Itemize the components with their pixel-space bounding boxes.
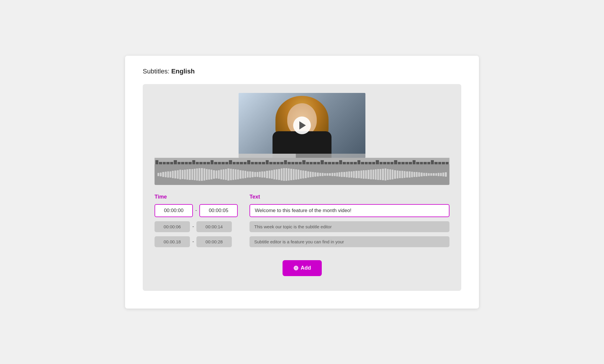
ruler-ticks (155, 158, 449, 164)
waveform-bar (404, 171, 406, 178)
waveform-bar (239, 170, 241, 179)
waveform-bar (426, 173, 427, 176)
waveform-bar (259, 172, 261, 177)
waveform-bar (201, 168, 203, 181)
subtitles-label: Subtitles: English (143, 68, 195, 75)
waveform-bar (339, 172, 340, 177)
waveform-bar (196, 168, 198, 181)
waveform-bar (331, 173, 333, 176)
waveform-bar (343, 172, 345, 177)
waveform-bar (285, 168, 287, 181)
waveform-bar (247, 171, 249, 178)
waveform-bar (421, 173, 422, 177)
waveform-bar (399, 171, 401, 178)
editor-section: Time - 00:00:06 - 00:00:14 00.00.18 - 00… (155, 194, 449, 251)
waveform-bar (302, 170, 304, 178)
play-button[interactable] (293, 117, 311, 134)
waveform-bar (312, 172, 314, 177)
waveform-bar (382, 169, 384, 180)
add-button-label: Add (301, 265, 311, 271)
waveform-bar (179, 170, 181, 179)
video-container (155, 93, 449, 158)
waveform-bar (254, 172, 256, 177)
subtitles-prefix: Subtitles: (143, 68, 170, 75)
waveform-bar (290, 169, 292, 180)
waveform-bar (385, 168, 386, 181)
text-column-header: Text (250, 194, 449, 200)
waveform-bar (269, 170, 270, 178)
waveform-bar (300, 170, 302, 179)
waveform-bar (271, 170, 273, 179)
waveform-bar (283, 168, 285, 181)
waveform-bar (213, 170, 215, 179)
waveform-bar (346, 172, 348, 177)
time-separator-3: - (192, 239, 194, 245)
waveform-bar (355, 171, 357, 178)
waveform-bar (242, 170, 244, 178)
waveform-bar (375, 169, 377, 180)
waveform-bar (194, 169, 196, 180)
time-start-3: 00.00.18 (155, 236, 190, 247)
waveform-bar (310, 172, 311, 177)
text-display-2: This week our topic is the subtitle edit… (250, 221, 449, 232)
text-display-3: Subtitle editor is a feature you can fin… (250, 236, 449, 247)
waveform-bar (225, 169, 227, 180)
waveform-bar (358, 171, 360, 178)
waveform-bar (184, 170, 186, 179)
subtitle-row-2: 00:00:06 - 00:00:14 (155, 221, 238, 232)
waveform-bar (211, 170, 212, 179)
waveform-bar (237, 170, 239, 179)
waveform-bar (235, 169, 237, 180)
time-end-input[interactable] (199, 204, 238, 217)
waveform-bar (257, 172, 258, 177)
waveform-bar (401, 171, 403, 178)
waveform-container (155, 164, 449, 185)
waveform-bar (252, 172, 253, 177)
text-row-2: This week our topic is the subtitle edit… (250, 221, 449, 232)
waveform-bar (409, 171, 411, 178)
waveform-bar (165, 172, 167, 177)
waveform-bar (305, 171, 306, 178)
video-progress-fill (239, 154, 296, 158)
video-progress-bar[interactable] (239, 154, 365, 158)
waveform-bar (307, 171, 309, 178)
waveform-bar (353, 171, 355, 178)
waveform-bar (324, 173, 326, 176)
waveform-bar (203, 168, 205, 181)
waveform-bar (206, 169, 208, 180)
waveform-bar (326, 173, 328, 176)
video-player (239, 93, 365, 158)
waveform-bar (227, 168, 229, 181)
waveform-bar (230, 169, 232, 180)
waveform-bar (288, 168, 290, 181)
waveform-bar (189, 169, 191, 180)
waveform-bar (370, 170, 372, 179)
time-start-input[interactable] (155, 204, 193, 217)
waveform-bar (281, 168, 283, 181)
waveform-bar (278, 169, 280, 180)
waveform-bar (295, 169, 297, 180)
waveform-bar (249, 171, 251, 178)
text-input-active[interactable] (250, 204, 449, 217)
waveform-bar (160, 173, 162, 177)
waveform-bar (423, 173, 425, 176)
waveform-bar (428, 173, 430, 176)
waveform-bar (351, 171, 352, 178)
waveform-bar (433, 173, 434, 176)
waveform-bar (157, 173, 159, 176)
waveform-bar (276, 169, 278, 180)
add-icon: ⊕ (293, 264, 298, 272)
waveform-bar (445, 172, 447, 177)
add-subtitle-button[interactable]: ⊕ Add (283, 260, 322, 276)
waveform-bar (411, 172, 413, 177)
timeline-ruler[interactable] (155, 158, 449, 164)
waveform-bar (177, 170, 179, 179)
play-icon (299, 121, 306, 129)
subtitle-row-active: - (155, 204, 238, 217)
waveform-bar (314, 172, 316, 177)
time-separator-1: - (195, 207, 197, 214)
waveform-bar (261, 171, 263, 178)
waveform-bar (413, 172, 415, 177)
waveform-bar (394, 170, 396, 179)
waveform-bar (365, 170, 367, 179)
